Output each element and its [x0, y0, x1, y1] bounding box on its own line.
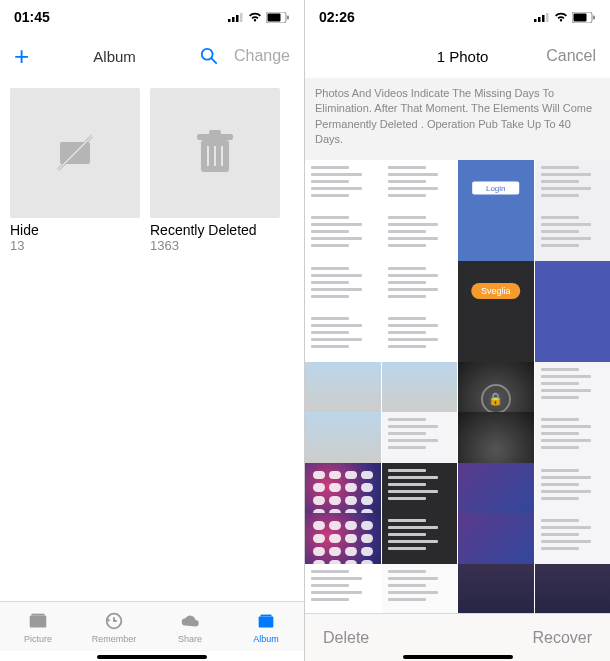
nav-title: Album [29, 48, 200, 65]
recover-button[interactable]: Recover [532, 629, 592, 647]
svg-rect-5 [268, 13, 281, 21]
battery-icon [572, 12, 596, 23]
albums-screen: 01:45 + Album Change Hide 13 Recently De… [0, 0, 305, 661]
svg-rect-25 [542, 15, 545, 22]
cloud-icon [179, 610, 201, 632]
tab-album[interactable]: Album [228, 602, 304, 651]
svg-point-7 [202, 49, 213, 60]
svg-rect-24 [538, 17, 541, 22]
album-title: Recently Deleted [150, 222, 280, 238]
svg-rect-3 [240, 13, 243, 22]
album-icon [255, 610, 277, 632]
tab-label: Share [178, 634, 202, 644]
svg-rect-23 [534, 19, 537, 22]
delete-button[interactable]: Delete [323, 629, 369, 647]
remember-icon [103, 610, 125, 632]
alarm-label: Sveglia [471, 283, 521, 299]
status-icons [228, 12, 290, 23]
svg-rect-18 [30, 615, 47, 627]
signal-icon [534, 12, 550, 22]
album-count: 1363 [150, 238, 280, 253]
search-icon[interactable] [200, 47, 218, 65]
svg-rect-21 [259, 616, 274, 627]
tab-label: Picture [24, 634, 52, 644]
tab-share[interactable]: Share [152, 602, 228, 651]
add-album-button[interactable]: + [14, 41, 29, 72]
svg-rect-1 [232, 17, 235, 22]
lock-icon: 🔒 [481, 384, 511, 414]
album-thumb-hide [10, 88, 140, 218]
home-indicator[interactable] [97, 655, 207, 659]
tab-label: Remember [92, 634, 137, 644]
status-time: 01:45 [14, 9, 50, 25]
svg-rect-6 [287, 15, 289, 19]
svg-line-8 [212, 59, 217, 64]
status-time: 02:26 [319, 9, 355, 25]
photo-thumbnail[interactable] [382, 564, 458, 614]
signal-icon [228, 12, 244, 22]
photo-thumbnail[interactable] [535, 564, 611, 614]
nav-bar: 1 Photo Cancel [305, 34, 610, 78]
info-banner: Photos And Videos Indicate The Missing D… [305, 78, 610, 160]
deleted-grid-screen: 02:26 1 Photo Cancel Photos And Videos I… [305, 0, 610, 661]
nav-bar: + Album Change [0, 34, 304, 78]
wifi-icon [554, 12, 568, 22]
svg-rect-22 [261, 614, 272, 616]
svg-rect-19 [32, 613, 45, 615]
svg-rect-0 [228, 19, 231, 22]
cancel-button[interactable]: Cancel [546, 47, 596, 65]
svg-rect-29 [593, 15, 595, 19]
svg-rect-26 [546, 13, 549, 22]
photo-thumbnail[interactable] [305, 564, 381, 614]
tab-picture[interactable]: Picture [0, 602, 76, 651]
tab-remember[interactable]: Remember [76, 602, 152, 651]
status-icons [534, 12, 596, 23]
hidden-icon [50, 128, 100, 178]
svg-rect-28 [574, 13, 587, 21]
album-hide[interactable]: Hide 13 [10, 88, 140, 253]
album-count: 13 [10, 238, 140, 253]
change-button[interactable]: Change [234, 47, 290, 65]
photo-thumbnail[interactable] [458, 564, 534, 614]
tab-label: Album [253, 634, 279, 644]
album-thumb-deleted [150, 88, 280, 218]
bottom-bar: Delete Recover [305, 613, 610, 661]
tab-bar: Picture Remember Share Album [0, 601, 304, 651]
photo-grid[interactable]: Login27 giorni27 giorni27 giorniSveglia2… [305, 160, 610, 613]
picture-icon [27, 610, 49, 632]
status-bar: 01:45 [0, 0, 304, 34]
album-title: Hide [10, 222, 140, 238]
wifi-icon [248, 12, 262, 22]
status-bar: 02:26 [305, 0, 610, 34]
album-grid: Hide 13 Recently Deleted 1363 [0, 78, 304, 263]
battery-icon [266, 12, 290, 23]
album-recently-deleted[interactable]: Recently Deleted 1363 [150, 88, 280, 253]
svg-rect-14 [209, 130, 221, 135]
home-indicator[interactable] [403, 655, 513, 659]
svg-rect-2 [236, 15, 239, 22]
login-label: Login [472, 182, 520, 195]
trash-icon [193, 128, 237, 178]
selection-count: 1 Photo [319, 48, 546, 65]
